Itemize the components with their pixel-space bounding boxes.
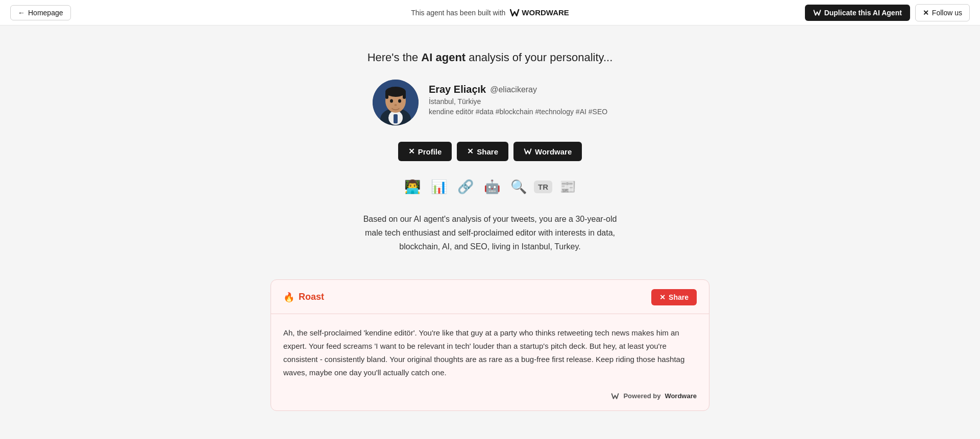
wordware-w-icon	[509, 8, 520, 18]
svg-rect-7	[403, 92, 406, 99]
profile-name-row: Eray Eliaçık @eliacikeray	[429, 84, 607, 95]
duplicate-w-icon	[813, 9, 821, 17]
emoji-person-icon: 👨‍💻	[401, 175, 424, 198]
ai-agent-highlight: AI agent	[421, 51, 465, 64]
roast-share-button[interactable]: ✕ Share	[651, 289, 697, 305]
roast-title: 🔥 Roast	[283, 292, 324, 303]
svg-point-10	[394, 104, 397, 106]
profile-location: İstanbul, Türkiye	[429, 97, 607, 106]
wordware-label: Wordware	[535, 147, 572, 156]
svg-rect-3	[394, 114, 398, 123]
wordware-button[interactable]: Wordware	[513, 142, 582, 161]
avatar-svg	[373, 80, 419, 125]
roast-powered-by: Powered by Wordware	[611, 392, 697, 400]
follow-button[interactable]: ✕ Follow us	[915, 4, 970, 21]
x-share-icon: ✕	[467, 147, 474, 156]
duplicate-label: Duplicate this AI Agent	[824, 9, 902, 17]
emoji-row: 👨‍💻 📊 🔗 🤖 🔍 TR 📰	[271, 175, 709, 198]
profile-label: Profile	[418, 147, 442, 156]
profile-display-name: Eray Eliaçık	[429, 84, 486, 95]
share-label: Share	[477, 147, 498, 156]
topnav-left: ← Homepage	[10, 5, 71, 20]
action-buttons: ✕ Profile ✕ Share Wordware	[271, 142, 709, 161]
emoji-robot-icon: 🤖	[481, 175, 503, 198]
profile-button[interactable]: ✕ Profile	[398, 142, 452, 161]
topnav: ← Homepage This agent has been built wit…	[0, 0, 980, 25]
avatar-container	[373, 80, 419, 125]
svg-point-9	[398, 99, 401, 103]
svg-point-8	[390, 99, 393, 103]
topnav-center: This agent has been built with WORDWARE	[411, 8, 569, 18]
roast-header: 🔥 Roast ✕ Share	[271, 280, 709, 314]
roast-footer: Powered by Wordware	[283, 392, 697, 400]
avatar	[373, 80, 419, 125]
emoji-search-icon: 🔍	[507, 175, 530, 198]
follow-label: Follow us	[932, 9, 962, 17]
wordware-logo-center: WORDWARE	[509, 8, 569, 18]
roast-text: Ah, the self-proclaimed 'kendine editör'…	[283, 326, 697, 380]
roast-body: Ah, the self-proclaimed 'kendine editör'…	[271, 314, 709, 410]
duplicate-agent-button[interactable]: Duplicate this AI Agent	[805, 5, 910, 21]
svg-rect-6	[385, 92, 388, 99]
x-profile-icon: ✕	[408, 147, 415, 156]
profile-bio: kendine editör #data #blockchain #techno…	[429, 108, 607, 116]
wordware-btn-icon	[524, 147, 532, 156]
intro-text: Here's the AI agent analysis of your per…	[271, 51, 709, 64]
analysis-text: Based on our AI agent's analysis of your…	[357, 212, 623, 254]
roast-share-label: Share	[669, 293, 689, 301]
tr-badge: TR	[534, 180, 552, 193]
powered-by-text: Powered by	[623, 392, 660, 400]
share-button[interactable]: ✕ Share	[457, 142, 508, 161]
roast-wordware-icon	[611, 392, 619, 400]
topnav-center-text: This agent has been built with	[411, 9, 505, 17]
homepage-label: Homepage	[28, 9, 63, 17]
profile-info: Eray Eliaçık @eliacikeray İstanbul, Türk…	[429, 80, 607, 116]
topnav-right: Duplicate this AI Agent ✕ Follow us	[805, 4, 970, 21]
main-content: Here's the AI agent analysis of your per…	[260, 25, 720, 431]
flame-icon: 🔥	[283, 292, 295, 303]
back-arrow-icon: ←	[18, 9, 25, 17]
emoji-link-icon: 🔗	[454, 175, 477, 198]
roast-card: 🔥 Roast ✕ Share Ah, the self-proclaimed …	[271, 279, 709, 411]
profile-handle: @eliacikeray	[490, 85, 537, 94]
homepage-button[interactable]: ← Homepage	[10, 5, 71, 20]
emoji-chart-icon: 📊	[428, 175, 450, 198]
profile-section: Eray Eliaçık @eliacikeray İstanbul, Türk…	[271, 80, 709, 125]
x-roast-share-icon: ✕	[659, 293, 666, 301]
emoji-news-icon: 📰	[556, 175, 579, 198]
x-follow-icon: ✕	[923, 9, 929, 17]
svg-point-11	[389, 107, 402, 113]
roast-wordware-label: Wordware	[665, 392, 697, 400]
